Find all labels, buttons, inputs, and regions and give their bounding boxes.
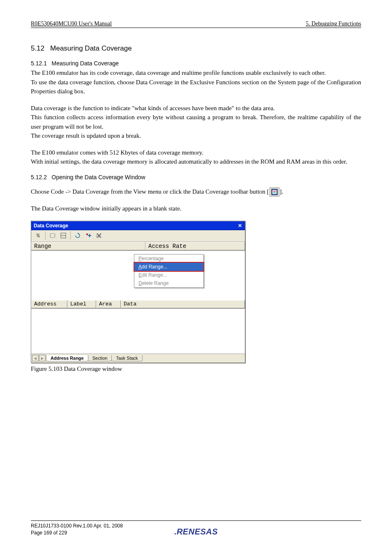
window-title: Data Coverage — [34, 223, 68, 229]
svg-rect-1 — [272, 190, 277, 194]
menu-mnemonic: D — [138, 280, 142, 286]
window-toolbar: % — [31, 230, 245, 242]
menu-item-label: ercentage — [142, 256, 164, 261]
toolbar-separator — [70, 231, 71, 240]
paragraph: This function collects access informatio… — [31, 113, 361, 131]
window-tabs: ◄ ► Address Range Section Task Stack — [31, 354, 245, 363]
footer-left: REJ10J1733-0100 Rev.1.00 Apr. 01, 2008 P… — [31, 523, 123, 536]
menu-item-delete-range: Delete Range — [134, 279, 203, 287]
close-icon[interactable]: ✕ — [236, 222, 244, 229]
paragraph-text: Choose Code -> Data Coverage from the Vi… — [31, 188, 269, 195]
subsection-title: Opening the Data Coverage Window — [52, 174, 145, 180]
paragraph-text: ]. — [280, 188, 284, 195]
column-header-label[interactable]: Label — [67, 300, 96, 308]
paragraph: The coverage result is updated upon a br… — [31, 131, 361, 141]
column-header-range[interactable]: Range — [31, 242, 145, 250]
figure-caption: Figure 5.103 Data Coverage window — [31, 365, 361, 372]
menu-mnemonic: P — [138, 256, 142, 261]
tab-nav-prev[interactable]: ◄ — [32, 355, 39, 361]
subsection-title: Measuring Data Coverage — [52, 60, 119, 67]
svg-rect-4 — [51, 234, 55, 238]
svg-marker-14 — [86, 234, 88, 235]
lower-grid-body[interactable] — [31, 308, 245, 354]
data-coverage-window: Data Coverage ✕ % Range Access Rate Perc… — [31, 221, 245, 363]
footer-revision: REJ10J1733-0100 Rev.1.00 Apr. 01, 2008 — [31, 523, 123, 530]
tab-address-range[interactable]: Address Range — [46, 355, 88, 361]
hardware-icon[interactable] — [48, 231, 57, 240]
layout-icon[interactable] — [59, 231, 68, 240]
column-header-area[interactable]: Area — [96, 300, 121, 308]
data-coverage-toolbar-icon — [270, 187, 279, 197]
subsection-heading-1: 5.12.1 Measuring Data Coverage — [31, 60, 361, 67]
tab-task-stack[interactable]: Task Stack — [111, 355, 142, 361]
paragraph: To use the data coverage function, choos… — [31, 78, 361, 96]
paragraph: The E100 emulator comes with 512 Kbytes … — [31, 148, 361, 157]
manual-title: R0E530640MCU00 User's Manual — [31, 21, 112, 27]
menu-item-edit-range: Edit Range... — [134, 271, 203, 279]
menu-item-label: dit Range... — [142, 272, 167, 278]
paragraph: The E100 emulator has its code coverage,… — [31, 68, 361, 78]
menu-mnemonic: E — [138, 272, 142, 278]
menu-mnemonic: A — [138, 264, 142, 270]
paragraph: Data coverage is the function to indicat… — [31, 104, 361, 113]
menu-item-add-range[interactable]: Add Range... — [134, 263, 203, 271]
tab-nav-next[interactable]: ► — [39, 355, 46, 361]
column-header-address[interactable]: Address — [31, 300, 67, 308]
paragraph: With initial settings, the data coverage… — [31, 157, 361, 166]
page-footer: REJ10J1733-0100 Rev.1.00 Apr. 01, 2008 P… — [31, 520, 361, 536]
clear-icon[interactable] — [95, 231, 104, 240]
renesas-logo: .RENESAS — [174, 527, 218, 536]
chapter-title: 5. Debugging Functions — [306, 21, 361, 27]
subsection-heading-2: 5.12.2 Opening the Data Coverage Window — [31, 174, 361, 180]
window-titlebar[interactable]: Data Coverage ✕ — [31, 221, 245, 230]
upper-grid-body[interactable]: Percentage Add Range... Edit Range... De… — [31, 251, 245, 300]
paragraph: The Data Coverage window initially appea… — [31, 204, 361, 213]
menu-item-label: elete Range — [142, 280, 169, 286]
toolbar-separator — [45, 231, 46, 240]
section-heading: 5.12 Measuring Data Coverage — [31, 44, 361, 53]
paragraph: Choose Code -> Data Coverage from the Vi… — [31, 187, 361, 197]
refresh-icon[interactable] — [73, 231, 82, 240]
column-header-access-rate[interactable]: Access Rate — [145, 242, 245, 250]
logo-text: RENESAS — [177, 527, 218, 536]
context-menu: Percentage Add Range... Edit Range... De… — [134, 254, 204, 288]
subsection-number: 5.12.2 — [31, 174, 47, 180]
subsection-number: 5.12.1 — [31, 60, 47, 67]
column-header-data[interactable]: Data — [121, 300, 245, 308]
percent-button[interactable]: % — [34, 231, 43, 240]
page-header: R0E530640MCU00 User's Manual 5. Debuggin… — [31, 21, 361, 28]
lower-grid-header: Address Label Area Data — [31, 300, 245, 308]
footer-page: Page 169 of 229 — [31, 530, 123, 536]
svg-rect-3 — [273, 192, 276, 193]
insert-icon[interactable] — [84, 231, 93, 240]
menu-item-percentage: Percentage — [134, 254, 203, 263]
tab-section[interactable]: Section — [88, 355, 112, 361]
section-title: Measuring Data Coverage — [50, 44, 131, 52]
section-number: 5.12 — [31, 44, 44, 52]
upper-grid-header: Range Access Rate — [31, 242, 245, 251]
svg-rect-2 — [273, 191, 276, 192]
menu-item-label: dd Range... — [142, 264, 167, 270]
